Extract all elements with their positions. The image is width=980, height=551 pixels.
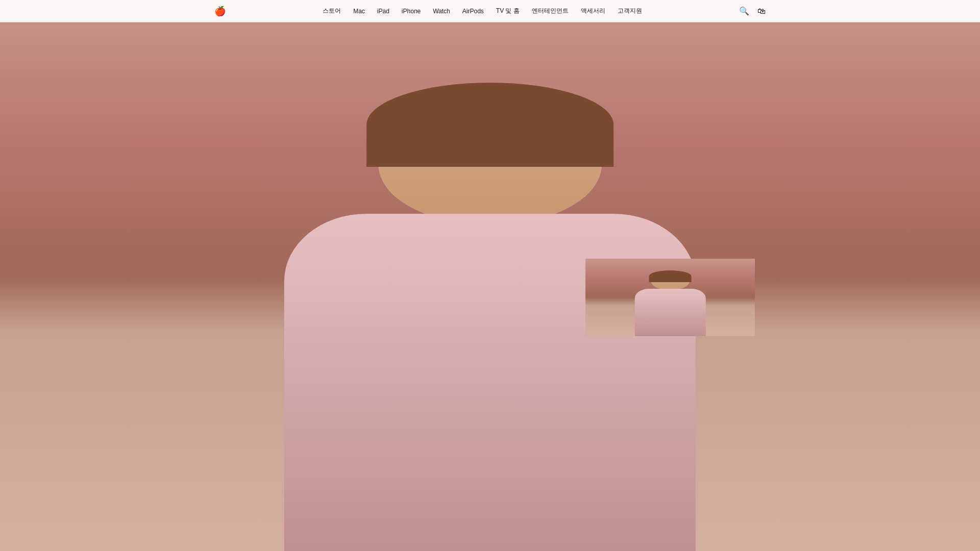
nav-icons: 🔍 🛍 xyxy=(739,6,766,16)
nav-iphone[interactable]: iPhone xyxy=(397,8,426,15)
screenshots-section: 스크린샷 iPad iPhone Make perfect ID photos … xyxy=(214,181,766,383)
navigation: 🍎 스토어 Mac iPad iPhone Watch AirPods TV 및… xyxy=(0,0,980,22)
search-icon[interactable]: 🔍 xyxy=(739,6,749,16)
person-body xyxy=(407,233,576,362)
portrait-photo-3 xyxy=(585,259,755,336)
ss-content-2 xyxy=(407,233,576,362)
nav-accessories[interactable]: 액세서리 xyxy=(576,7,610,15)
nav-entertainment[interactable]: 엔터테인먼트 xyxy=(527,7,574,15)
nav-mac[interactable]: Mac xyxy=(348,8,370,15)
person-silhouette-3 xyxy=(619,270,721,336)
bag-icon[interactable]: 🛍 xyxy=(757,7,766,16)
nav-watch[interactable]: Watch xyxy=(428,8,455,15)
nav-airpods[interactable]: AirPods xyxy=(457,8,489,15)
portrait-area-3 xyxy=(585,259,755,336)
screenshot-card-2: ‹ › 9:41 xyxy=(406,216,577,383)
nav-support[interactable]: 고객지원 xyxy=(612,7,647,15)
hair-3 xyxy=(649,270,692,282)
nav-links: 스토어 Mac iPad iPhone Watch AirPods TV 및 홈… xyxy=(317,7,647,15)
nav-ipad[interactable]: iPad xyxy=(372,8,395,15)
screenshots-grid: Make perfect ID photos anytime ID xyxy=(225,216,755,383)
woman-portrait-2 xyxy=(407,233,576,362)
nav-tv-home[interactable]: TV 및 홈 xyxy=(491,7,525,15)
body-3 xyxy=(634,289,705,336)
person-silhouette xyxy=(407,233,576,362)
nav-store[interactable]: 스토어 xyxy=(317,7,346,15)
apple-logo-icon[interactable]: 🍎 xyxy=(214,6,226,17)
